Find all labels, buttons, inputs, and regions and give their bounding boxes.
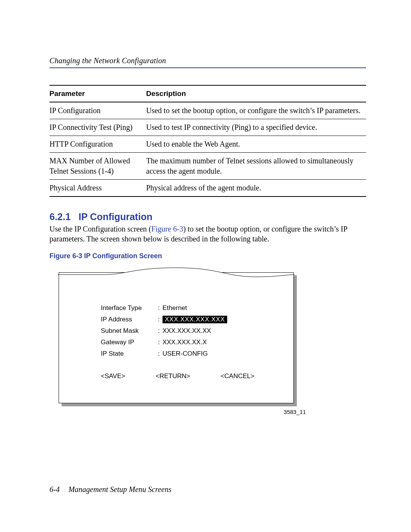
parameter-table: Parameter Description IP Configuration U… xyxy=(49,85,366,197)
table-row: MAX Number of Allowed Telnet Sessions (1… xyxy=(49,153,366,180)
desc-cell: Used to enable the Web Agent. xyxy=(146,136,366,153)
cancel-button[interactable]: <CANCEL> xyxy=(221,372,255,380)
terminal-row: Gateway IP : XXX.XXX.XX.X xyxy=(101,337,293,348)
figure-xref[interactable]: Figure 6-3 xyxy=(151,225,183,233)
terminal-screenshot: Interface Type : Ethernet IP Address : X… xyxy=(59,272,297,406)
parameter-table-header-desc: Description xyxy=(146,85,366,102)
section-body: Use the IP Configuration screen (Figure … xyxy=(49,224,366,244)
section-number: 6.2.1 xyxy=(49,211,71,222)
param-cell: Physical Address xyxy=(49,180,146,197)
param-cell: HTTP Configuration xyxy=(49,136,146,153)
section-body-pre: Use the IP Configuration screen ( xyxy=(49,225,151,233)
param-cell: IP Configuration xyxy=(49,102,146,119)
terminal-row: IP Address : XXX.XXX.XXX.XXX xyxy=(101,314,293,325)
terminal-value: USER-CONFIG xyxy=(162,350,208,358)
table-row: IP Connectivity Test (Ping) Used to test… xyxy=(49,119,366,136)
desc-cell: The maximum number of Telnet sessions al… xyxy=(146,153,366,180)
terminal-label: IP State xyxy=(101,350,158,358)
terminal-row: Interface Type : Ethernet xyxy=(101,302,293,314)
param-cell: MAX Number of Allowed Telnet Sessions (1… xyxy=(49,153,146,180)
section-title: IP Configuration xyxy=(78,211,152,222)
desc-cell: Used to test IP connectivity (Ping) to a… xyxy=(146,119,366,136)
desc-cell: Used to set the bootup option, or config… xyxy=(146,102,366,119)
save-button[interactable]: <SAVE> xyxy=(101,372,125,380)
parameter-table-header-param: Parameter xyxy=(49,85,146,102)
terminal-row: Subnet Mask : XXX.XXX.XX.XX xyxy=(101,325,293,337)
terminal-label: Gateway IP xyxy=(101,339,158,346)
footer-title: Management Setup Menu Screens xyxy=(68,485,172,494)
running-head: Changing the Network Configuration xyxy=(49,56,366,68)
terminal-label: IP Address xyxy=(101,316,158,323)
page-footer: 6-4 Management Setup Menu Screens xyxy=(49,485,172,494)
param-cell: IP Connectivity Test (Ping) xyxy=(49,119,146,136)
terminal-value-selected[interactable]: XXX.XXX.XXX.XXX xyxy=(162,316,227,323)
terminal-label: Interface Type xyxy=(101,304,158,312)
figure-id: 3583_11 xyxy=(59,409,306,415)
terminal-colon: : xyxy=(158,304,162,312)
desc-cell: Physical address of the agent module. xyxy=(146,180,366,197)
table-row: HTTP Configuration Used to enable the We… xyxy=(49,136,366,153)
terminal-label: Subnet Mask xyxy=(101,327,158,335)
table-row: Physical Address Physical address of the… xyxy=(49,180,366,197)
terminal-row: IP State : USER-CONFIG xyxy=(101,348,293,359)
terminal-colon: : xyxy=(158,316,162,323)
terminal-colon: : xyxy=(158,327,162,335)
page-number: 6-4 xyxy=(49,485,60,494)
section-heading: 6.2.1 IP Configuration xyxy=(49,211,366,222)
terminal-colon: : xyxy=(158,350,162,358)
terminal-value: Ethernet xyxy=(162,304,187,312)
terminal-panel: Interface Type : Ethernet IP Address : X… xyxy=(59,272,294,403)
terminal-value: XXX.XXX.XX.XX xyxy=(162,327,211,335)
terminal-button-row: <SAVE> <RETURN> <CANCEL> xyxy=(101,372,282,380)
figure-caption: Figure 6-3 IP Configuration Screen xyxy=(49,252,366,260)
return-button[interactable]: <RETURN> xyxy=(156,372,190,380)
table-row: IP Configuration Used to set the bootup … xyxy=(49,102,366,119)
terminal-value: XXX.XXX.XX.X xyxy=(162,339,207,346)
terminal-colon: : xyxy=(158,339,162,346)
